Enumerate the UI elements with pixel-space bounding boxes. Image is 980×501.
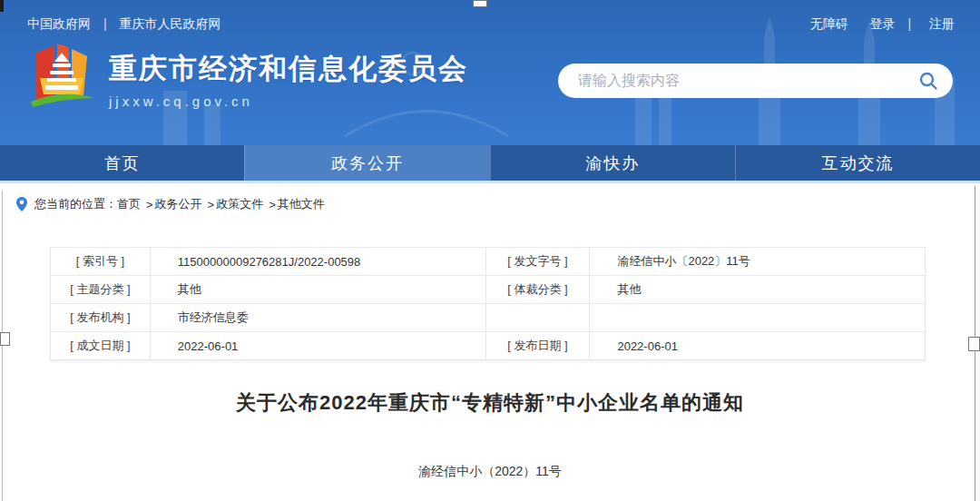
document-meta-table: [ 索引号 ] 11500000009276281J/2022-00598 [ … <box>50 247 926 360</box>
selection-handle-left <box>0 332 10 346</box>
table-row: [ 主题分类 ] 其他 [ 体裁分类 ] 其他 <box>51 276 926 304</box>
breadcrumb-zhengwugongkai[interactable]: 政务公开 <box>155 196 202 212</box>
search-icon[interactable] <box>916 69 940 93</box>
meta-value: 其他 <box>150 276 485 304</box>
search-input[interactable] <box>578 73 916 89</box>
location-pin-icon <box>16 197 27 211</box>
link-china-gov[interactable]: 中国政府网 <box>27 16 91 31</box>
main-nav: 首页 政务公开 渝快办 互动交流 <box>0 145 980 183</box>
meta-label: [ 索引号 ] <box>51 248 151 276</box>
article-title: 关于公布2022年重庆市“专精特新”中小企业名单的通知 <box>0 389 980 417</box>
login-register-divider: | <box>907 16 911 31</box>
nav-tab-interaction[interactable]: 互动交流 <box>735 145 980 181</box>
breadcrumb-separator: > <box>269 198 276 211</box>
meta-value <box>590 304 926 332</box>
meta-value: 2022-06-01 <box>150 332 485 360</box>
search-box <box>558 64 953 98</box>
account-links: 无障碍 登录 | 注册 <box>805 16 955 33</box>
meta-label: [ 体裁分类 ] <box>485 276 590 304</box>
site-logo-icon[interactable] <box>27 42 96 116</box>
nav-tab-yukuaiban[interactable]: 渝快办 <box>490 145 735 181</box>
breadcrumb-separator: > <box>208 198 215 211</box>
meta-label: [ 发布日期 ] <box>485 332 590 360</box>
link-divider: | <box>103 16 107 31</box>
site-url: jjxxw.cq.gov.cn <box>109 93 468 109</box>
meta-value: 2022-06-01 <box>590 332 926 360</box>
meta-label: [ 发文字号 ] <box>485 248 590 276</box>
nav-tab-government-affairs[interactable]: 政务公开 <box>244 145 489 181</box>
link-chongqing-gov[interactable]: 重庆市人民政府网 <box>119 16 220 31</box>
top-link-bar: 中国政府网 | 重庆市人民政府网 无障碍 登录 | 注册 <box>0 0 980 36</box>
meta-value: 市经济信息委 <box>150 304 485 332</box>
site-banner: 中国政府网 | 重庆市人民政府网 无障碍 登录 | 注册 <box>0 0 980 145</box>
page: 中国政府网 | 重庆市人民政府网 无障碍 登录 | 注册 <box>0 0 980 501</box>
meta-value: 11500000009276281J/2022-00598 <box>150 248 485 276</box>
selection-handle-right <box>968 337 980 351</box>
meta-value: 其他 <box>590 276 926 304</box>
breadcrumb: 您当前的位置： 首页 > 政务公开 > 政策文件 > 其他文件 <box>0 183 980 223</box>
register-link[interactable]: 注册 <box>929 16 955 31</box>
table-row: [ 索引号 ] 11500000009276281J/2022-00598 [ … <box>51 248 926 276</box>
document-number: 渝经信中小（2022）11号 <box>0 464 980 480</box>
meta-label: [ 成文日期 ] <box>51 332 151 360</box>
login-link[interactable]: 登录 <box>870 16 896 31</box>
breadcrumb-policy-files[interactable]: 政策文件 <box>216 196 263 212</box>
brand-text: 重庆市经济和信息化委员会 jjxxw.cq.gov.cn <box>109 50 468 109</box>
breadcrumb-separator: > <box>146 198 153 211</box>
breadcrumb-home[interactable]: 首页 <box>117 196 141 212</box>
table-row: [ 成文日期 ] 2022-06-01 [ 发布日期 ] 2022-06-01 <box>51 332 926 360</box>
accessibility-link[interactable]: 无障碍 <box>810 16 848 31</box>
selection-edge-left <box>2 191 3 501</box>
meta-label <box>485 304 590 332</box>
breadcrumb-other-files[interactable]: 其他文件 <box>278 196 325 212</box>
gov-links: 中国政府网 | 重庆市人民政府网 <box>27 16 220 33</box>
breadcrumb-prefix: 您当前的位置： <box>34 196 117 212</box>
nav-tab-home[interactable]: 首页 <box>0 145 244 181</box>
meta-value: 渝经信中小〔2022〕11号 <box>590 248 926 276</box>
table-row: [ 发布机构 ] 市经济信息委 <box>51 304 926 332</box>
site-title: 重庆市经济和信息化委员会 <box>109 50 468 88</box>
meta-label: [ 主题分类 ] <box>51 276 151 304</box>
meta-label: [ 发布机构 ] <box>51 304 151 332</box>
